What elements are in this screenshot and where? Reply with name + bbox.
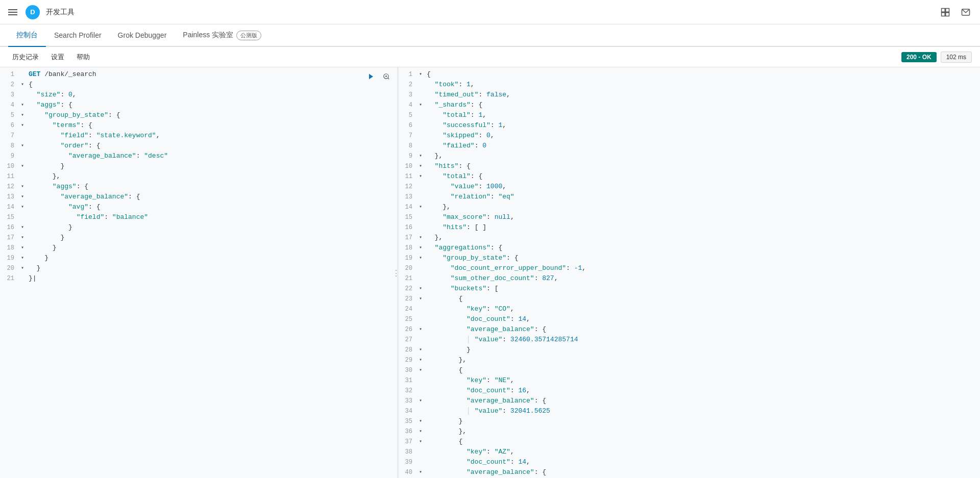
left-line-3: 3 "size": 0, xyxy=(0,90,398,100)
inspector-button[interactable] xyxy=(380,70,393,83)
right-line-16: 16 "hits": [ ] xyxy=(398,222,980,233)
left-line-5: 5▾ "group_by_state": { xyxy=(0,110,398,120)
right-line-20: 20 "doc_count_error_upper_bound": -1, xyxy=(398,263,980,273)
left-line-11: 11 }, xyxy=(0,171,398,182)
left-line-10: 10▾ } xyxy=(0,161,398,171)
history-button[interactable]: 历史记录 xyxy=(8,51,43,64)
right-line-18: 18▾ "aggregations": { xyxy=(398,243,980,253)
right-line-9: 9▾ }, xyxy=(398,151,980,161)
right-line-39: 39 "doc_count": 14, xyxy=(398,457,980,467)
tab-search-profiler[interactable]: Search Profiler xyxy=(46,24,110,47)
tab-grok-debugger[interactable]: Grok Debugger xyxy=(110,24,175,47)
tab-bar: 控制台 Search Profiler Grok Debugger Painle… xyxy=(0,24,980,47)
right-line-40: 40▾ "average_balance": { xyxy=(398,467,980,477)
editor-toolbar xyxy=(365,70,393,83)
right-line-13: 13 "relation": "eq" xyxy=(398,192,980,202)
left-line-14: 14▾ "avg": { xyxy=(0,202,398,212)
painless-lab-badge: 公测版 xyxy=(236,31,261,40)
right-line-27: 27 │ "value": 32460.35714285714 xyxy=(398,335,980,345)
run-button[interactable] xyxy=(365,70,377,83)
right-line-24: 24 "key": "CO", xyxy=(398,304,980,314)
right-line-34: 34 │ "value": 32041.5625 xyxy=(398,406,980,416)
left-line-9: 9 "average_balance": "desc" xyxy=(0,151,398,161)
right-line-22: 22▾ "buckets": [ xyxy=(398,284,980,294)
left-line-13: 13▾ "average_balance": { xyxy=(0,192,398,202)
right-line-29: 29▾ }, xyxy=(398,355,980,365)
svg-rect-0 xyxy=(942,8,945,12)
left-code-editor[interactable]: 1 GET /bank/_search2▾{3 "size": 0,4▾ "ag… xyxy=(0,67,398,286)
right-line-2: 2 "took": 1, xyxy=(398,80,980,90)
svg-marker-5 xyxy=(369,74,373,80)
right-line-23: 23▾ { xyxy=(398,294,980,304)
right-line-11: 11▾ "total": { xyxy=(398,171,980,182)
extensions-icon[interactable] xyxy=(937,4,953,20)
right-line-30: 30▾ { xyxy=(398,365,980,375)
right-line-32: 32 "doc_count": 16, xyxy=(398,386,980,396)
left-line-16: 16▾ } xyxy=(0,222,398,233)
top-bar-right xyxy=(937,4,974,20)
left-line-12: 12▾ "aggs": { xyxy=(0,182,398,192)
tab-console[interactable]: 控制台 xyxy=(8,24,46,47)
right-line-37: 37▾ { xyxy=(398,437,980,447)
left-line-21: 21 } xyxy=(0,273,398,284)
left-line-7: 7 "field": "state.keyword", xyxy=(0,131,398,141)
right-line-8: 8 "failed": 0 xyxy=(398,141,980,151)
hamburger-menu[interactable] xyxy=(6,7,19,17)
right-line-17: 17▾ }, xyxy=(398,233,980,243)
right-line-12: 12 "value": 1000, xyxy=(398,182,980,192)
editor-area: 1 GET /bank/_search2▾{3 "size": 0,4▾ "ag… xyxy=(0,67,980,478)
right-line-4: 4▾ "_shards": { xyxy=(398,100,980,110)
right-line-31: 31 "key": "NE", xyxy=(398,375,980,386)
help-button[interactable]: 帮助 xyxy=(72,51,94,64)
right-line-14: 14▾ }, xyxy=(398,202,980,212)
right-line-7: 7 "skipped": 0, xyxy=(398,131,980,141)
left-line-4: 4▾ "aggs": { xyxy=(0,100,398,110)
top-bar: D 开发工具 xyxy=(0,0,980,24)
right-line-36: 36▾ }, xyxy=(398,426,980,437)
svg-rect-1 xyxy=(946,8,949,12)
left-line-1: 1 GET /bank/_search xyxy=(0,69,398,80)
status-badge: 200 - OK xyxy=(901,52,937,62)
right-line-35: 35▾ } xyxy=(398,416,980,426)
right-line-25: 25 "doc_count": 14, xyxy=(398,314,980,324)
left-line-17: 17▾ } xyxy=(0,233,398,243)
right-line-15: 15 "max_score": null, xyxy=(398,212,980,222)
left-line-6: 6▾ "terms": { xyxy=(0,120,398,131)
right-code-editor: 1▾{2 "took": 1,3 "timed_out": false,4▾ "… xyxy=(398,67,980,478)
app-title: 开发工具 xyxy=(46,8,75,17)
left-line-15: 15 "field": "balance" xyxy=(0,212,398,222)
left-panel[interactable]: 1 GET /bank/_search2▾{3 "size": 0,4▾ "ag… xyxy=(0,67,398,478)
settings-button[interactable]: 设置 xyxy=(47,51,68,64)
right-line-3: 3 "timed_out": false, xyxy=(398,90,980,100)
app-logo: D xyxy=(26,5,40,19)
right-line-6: 6 "successful": 1, xyxy=(398,120,980,131)
right-line-38: 38 "key": "AZ", xyxy=(398,447,980,457)
mail-icon[interactable] xyxy=(958,4,974,20)
toolbar: 历史记录 设置 帮助 200 - OK 102 ms xyxy=(0,47,980,67)
svg-rect-3 xyxy=(946,12,949,16)
right-line-21: 21 "sum_other_doc_count": 827, xyxy=(398,273,980,284)
left-line-2: 2▾{ xyxy=(0,80,398,90)
left-line-8: 8▾ "order": { xyxy=(0,141,398,151)
left-line-18: 18▾ } xyxy=(0,243,398,253)
svg-rect-2 xyxy=(942,12,945,16)
left-line-19: 19▾ } xyxy=(0,253,398,263)
right-line-10: 10▾ "hits": { xyxy=(398,161,980,171)
panel-divider[interactable]: ⋮ xyxy=(394,268,398,278)
time-badge: 102 ms xyxy=(941,52,972,63)
right-line-28: 28▾ } xyxy=(398,345,980,355)
right-line-19: 19▾ "group_by_state": { xyxy=(398,253,980,263)
right-line-1: 1▾{ xyxy=(398,69,980,80)
right-line-26: 26▾ "average_balance": { xyxy=(398,324,980,335)
right-panel[interactable]: 1▾{2 "took": 1,3 "timed_out": false,4▾ "… xyxy=(398,67,980,478)
toolbar-right: 200 - OK 102 ms xyxy=(901,52,972,63)
left-line-20: 20▾ } xyxy=(0,263,398,273)
tab-painless-lab[interactable]: Painless 实验室 公测版 xyxy=(175,24,270,47)
right-line-33: 33▾ "average_balance": { xyxy=(398,396,980,406)
right-line-5: 5 "total": 1, xyxy=(398,110,980,120)
svg-line-7 xyxy=(388,78,389,80)
